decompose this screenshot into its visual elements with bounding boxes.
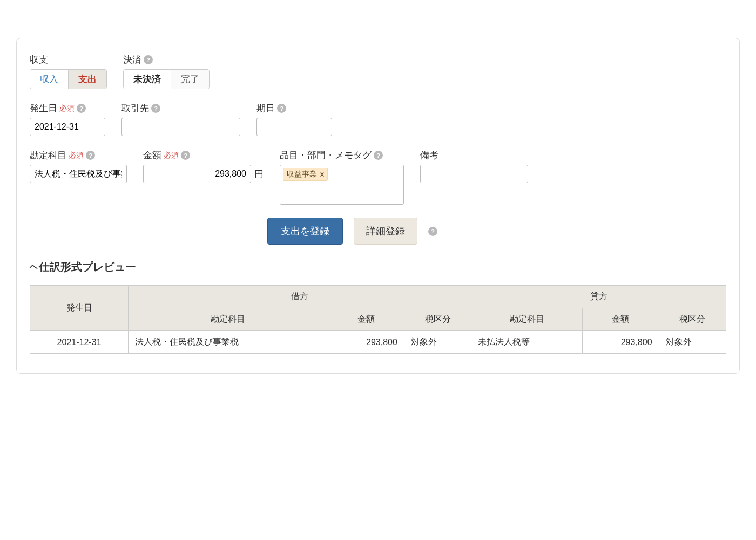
settlement-pending-button[interactable]: 未決済: [124, 70, 171, 89]
required-badge: 必須: [59, 104, 75, 113]
cell-credit-tax: 対象外: [659, 331, 726, 354]
due-date-field: 期日 ?: [256, 102, 332, 136]
toggle-row: 収支 収入 支出 決済 ? 未決済 完了: [30, 53, 726, 89]
remarks-input[interactable]: [420, 165, 528, 183]
account-field: 勘定科目 必須 ?: [30, 149, 127, 183]
remarks-label-text: 備考: [420, 149, 438, 161]
amount-wrap: 円: [143, 165, 264, 183]
settlement-label: 決済 ?: [123, 53, 210, 66]
th-debit-account: 勘定科目: [129, 308, 328, 331]
th-credit-account: 勘定科目: [471, 308, 583, 331]
journal-preview-table: 発生日 借方 貸方 勘定科目 金額 税区分 勘定科目 金額 税区分 2021-1…: [30, 285, 726, 354]
tag-remove-icon[interactable]: x: [320, 170, 324, 178]
income-expense-label: 収支: [30, 53, 107, 66]
income-expense-label-text: 収支: [30, 53, 48, 66]
cell-date: 2021-12-31: [30, 331, 129, 354]
amount-label: 金額 必須 ?: [143, 149, 264, 161]
chevron-up-icon: ヘ: [30, 262, 38, 272]
occur-date-label-text: 発生日: [30, 102, 57, 114]
tags-label: 品目・部門・メモタグ ?: [280, 149, 404, 161]
amount-label-text: 金額: [143, 149, 161, 161]
settlement-label-text: 決済: [123, 53, 141, 66]
help-icon[interactable]: ?: [144, 55, 153, 64]
settlement-field: 決済 ? 未決済 完了: [123, 53, 210, 89]
expense-button[interactable]: 支出: [69, 70, 106, 89]
tags-field: 品目・部門・メモタグ ? 収益事業 x: [280, 149, 404, 205]
cell-credit-amount: 293,800: [583, 331, 659, 354]
help-icon[interactable]: ?: [86, 151, 95, 160]
required-badge: 必須: [164, 151, 179, 160]
due-date-input[interactable]: [256, 118, 332, 136]
occur-date-label: 発生日 必須 ?: [30, 102, 105, 114]
date-partner-row: 発生日 必須 ? 取引先 ? 期日 ?: [30, 102, 726, 136]
settlement-toggle: 未決済 完了: [123, 69, 210, 89]
cell-debit-tax: 対象外: [404, 331, 471, 354]
table-row: 2021-12-31 法人税・住民税及び事業税 293,800 対象外 未払法人…: [30, 331, 726, 354]
register-expense-button[interactable]: 支出を登録: [267, 218, 343, 245]
account-input[interactable]: [30, 165, 127, 183]
th-debit-tax: 税区分: [404, 308, 471, 331]
tag-chip-label: 収益事業: [287, 170, 317, 178]
partner-input[interactable]: [122, 118, 240, 136]
help-icon[interactable]: ?: [428, 227, 437, 236]
transaction-form-panel: 収支 収入 支出 決済 ? 未決済 完了 発生日 必須 ?: [16, 38, 740, 374]
cell-debit-amount: 293,800: [328, 331, 404, 354]
th-credit: 貸方: [471, 286, 726, 308]
th-debit: 借方: [129, 286, 471, 308]
income-expense-toggle: 収入 支出: [30, 69, 107, 89]
detail-register-button[interactable]: 詳細登録: [354, 218, 417, 245]
remarks-label: 備考: [420, 149, 528, 161]
help-icon[interactable]: ?: [151, 104, 160, 113]
remarks-field: 備考: [420, 149, 528, 183]
income-expense-field: 収支 収入 支出: [30, 53, 107, 89]
account-label-text: 勘定科目: [30, 149, 66, 161]
required-badge: 必須: [69, 151, 84, 160]
amount-field: 金額 必須 ? 円: [143, 149, 264, 183]
income-button[interactable]: 収入: [30, 70, 69, 89]
details-row: 勘定科目 必須 ? 金額 必須 ? 円 品目・部門・メモタグ ?: [30, 149, 726, 205]
tag-chip[interactable]: 収益事業 x: [283, 168, 328, 181]
th-credit-amount: 金額: [583, 308, 659, 331]
settlement-complete-button[interactable]: 完了: [171, 70, 209, 89]
cell-debit-account: 法人税・住民税及び事業税: [129, 331, 328, 354]
tags-label-text: 品目・部門・メモタグ: [280, 149, 372, 161]
due-date-label: 期日 ?: [256, 102, 332, 114]
occur-date-field: 発生日 必須 ?: [30, 102, 105, 136]
account-label: 勘定科目 必須 ?: [30, 149, 127, 161]
help-icon[interactable]: ?: [374, 151, 383, 160]
journal-preview-title: 仕訳形式プレビュー: [39, 260, 136, 274]
journal-preview-toggle[interactable]: ヘ 仕訳形式プレビュー: [30, 260, 726, 274]
partner-field: 取引先 ?: [122, 102, 240, 136]
due-date-label-text: 期日: [256, 102, 275, 114]
yen-suffix: 円: [254, 168, 264, 180]
amount-input[interactable]: [143, 165, 251, 183]
help-icon[interactable]: ?: [77, 104, 86, 113]
th-credit-tax: 税区分: [659, 308, 726, 331]
actions-row: 支出を登録 詳細登録 ?: [267, 218, 726, 245]
help-icon[interactable]: ?: [277, 104, 286, 113]
cell-credit-account: 未払法人税等: [471, 331, 583, 354]
partner-label: 取引先 ?: [122, 102, 240, 114]
tags-input[interactable]: 収益事業 x: [280, 165, 404, 205]
occur-date-input[interactable]: [30, 118, 105, 136]
partner-label-text: 取引先: [122, 102, 149, 114]
th-date: 発生日: [30, 286, 129, 331]
th-debit-amount: 金額: [328, 308, 404, 331]
help-icon[interactable]: ?: [181, 151, 190, 160]
